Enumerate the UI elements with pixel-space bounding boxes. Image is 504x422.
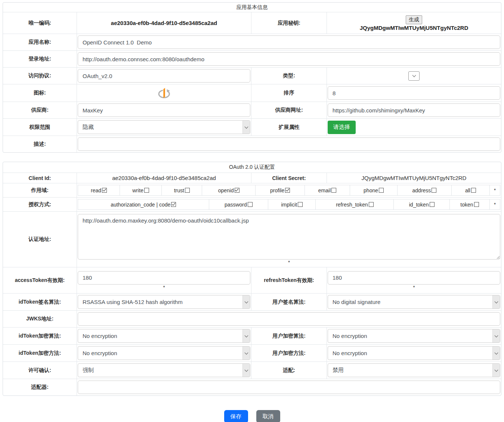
checkbox[interactable] [331,188,336,193]
checkbox-option[interactable]: phone [350,185,398,195]
description-input[interactable] [78,137,500,151]
app-id-cell: ae20330a-ef0b-4dad-9f10-d5e3485ca2ad [77,12,251,34]
id-token-enc-method-select[interactable]: No encryption [78,346,250,360]
app-name-input[interactable] [78,35,500,49]
checkbox-option-label: refresh_token [336,202,368,208]
checkbox-option[interactable]: id_token [394,199,449,210]
ext-attr-select-button[interactable]: 请选择 [328,121,356,134]
adapter-switch-select[interactable]: 禁用 [328,363,500,377]
checkbox[interactable] [369,202,374,207]
row-sign-algorithms: idToken签名算法: RSASSA using SHA-512 hash a… [3,293,501,310]
checkbox[interactable] [185,188,190,193]
cancel-button[interactable]: 取消 [256,410,280,422]
ext-attr-label: 扩展属性 [251,119,327,136]
checkbox[interactable] [248,202,253,207]
oauth-config-card: OAuth 2.0 认证配置 Client Id: ae20330a-ef0b-… [3,162,501,396]
save-button[interactable]: 保存 [224,410,248,422]
select-arrow-area [492,295,500,308]
checkbox-option-label: implicit [281,202,297,208]
checkbox[interactable] [471,188,476,193]
row-description: 描述: [3,136,501,152]
checkbox[interactable] [235,188,239,193]
redirect-uri-textarea[interactable]: http://oauth.demo.maxkey.org:8080/demo-o… [78,214,500,260]
row-encryption-algorithms: idToken加密算法: No encryption 用户加密算法: No en… [3,327,501,344]
row-grants: 授权方式: authorization_code | codepasswordi… [3,197,501,211]
visibility-label: 权限范围 [3,119,77,136]
checkbox-option[interactable]: trust [162,185,202,195]
checkbox[interactable] [144,188,149,193]
checkbox-option[interactable]: read [78,185,120,195]
user-sign-value: No digital signature [328,299,380,305]
user-enc-alg-value: No encryption [328,333,367,339]
checkbox-option[interactable]: refresh_token [316,199,394,210]
id-token-sign-select[interactable]: RSASSA using SHA-512 hash algorithm [78,295,250,309]
adapter-input[interactable] [78,381,500,394]
vendor-url-input[interactable] [328,103,500,117]
user-enc-alg-cell: No encryption [327,328,501,344]
select-arrow-area [242,295,250,308]
login-url-label: 登录地址: [3,51,77,67]
client-secret-value: JQygMDgwMTIwMTUyMjU5NTgyNTc2RD [362,175,467,181]
checkbox[interactable] [171,202,176,207]
id-token-enc-alg-select[interactable]: No encryption [78,329,250,343]
jwks-input[interactable] [78,312,500,326]
refresh-token-input[interactable] [328,271,500,285]
generate-secret-button[interactable]: 生成 [406,15,422,24]
grant-cell: authorization_code | codepasswordimplici… [77,198,501,211]
checkbox-option-label: address [412,187,431,193]
checkbox-option-label: read [91,187,101,193]
chevron-down-icon [495,351,498,354]
required-mark: * [413,285,415,290]
sort-input[interactable] [328,86,500,100]
user-sign-select[interactable]: No digital signature [328,295,500,309]
chevron-down-icon [495,333,498,337]
required-mark: * [490,199,500,210]
vendor-url-label: 供应商网址: [251,102,327,118]
approval-cell: 强制 [77,362,251,379]
jwks-cell [77,311,501,327]
checkbox-option[interactable]: authorization_code | code [78,199,209,210]
checkbox[interactable] [379,188,384,193]
checkbox-option[interactable]: address [398,185,452,195]
checkbox-option[interactable]: all [452,185,490,195]
select-arrow-area [492,329,500,342]
basic-info-header: 应用基本信息 [3,3,501,12]
checkbox-option[interactable]: openid [202,185,256,195]
user-enc-method-select[interactable]: No encryption [328,346,500,360]
checkbox-option[interactable]: password [209,199,269,210]
access-token-input[interactable] [78,271,250,285]
required-mark: * [163,285,165,290]
app-secret-value: JQygMDgwMTIwMTUyMjU5NTgyNTc2RD [360,25,469,31]
app-secret-cell: 生成 JQygMDgwMTIwMTUyMjU5NTgyNTc2RD [327,12,501,34]
checkbox-option[interactable]: token [450,199,490,210]
checkbox[interactable] [298,202,303,207]
login-url-input[interactable] [78,52,500,66]
checkbox[interactable] [285,188,290,193]
checkbox-option-label: openid [218,187,234,193]
checkbox-option[interactable]: implicit [268,199,316,210]
user-enc-alg-select[interactable]: No encryption [328,329,500,343]
row-approval-adapter-switch: 许可确认: 强制 适配: 禁用 [3,362,501,379]
checkbox-option[interactable]: write [120,185,162,195]
client-secret-cell: JQygMDgwMTIwMTUyMjU5NTgyNTc2RD [327,173,501,183]
row-client-id-secret: Client Id: ae20330a-ef0b-4dad-9f10-d5e34… [3,173,501,183]
app-name-cell [77,34,501,50]
checkbox[interactable] [432,188,436,193]
required-mark: * [490,185,500,195]
protocol-input[interactable] [78,69,250,83]
id-token-enc-method-label: idToken加密方法: [3,345,77,362]
visibility-select[interactable]: 隐藏 [78,120,250,134]
select-arrow-area [242,347,250,360]
checkbox-option-label: write [132,187,143,193]
checkbox[interactable] [430,202,435,207]
checkbox[interactable] [474,202,479,207]
category-select[interactable] [408,71,420,81]
checkbox-option[interactable]: email [305,185,350,195]
adapter-switch-value: 禁用 [328,367,344,374]
checkbox[interactable] [102,188,107,193]
checkbox-option[interactable]: profile [256,185,305,195]
approval-select[interactable]: 强制 [78,363,250,377]
vendor-input[interactable] [78,103,250,117]
access-token-label: accessToken有效期: [3,267,77,293]
description-label: 描述: [3,136,77,152]
